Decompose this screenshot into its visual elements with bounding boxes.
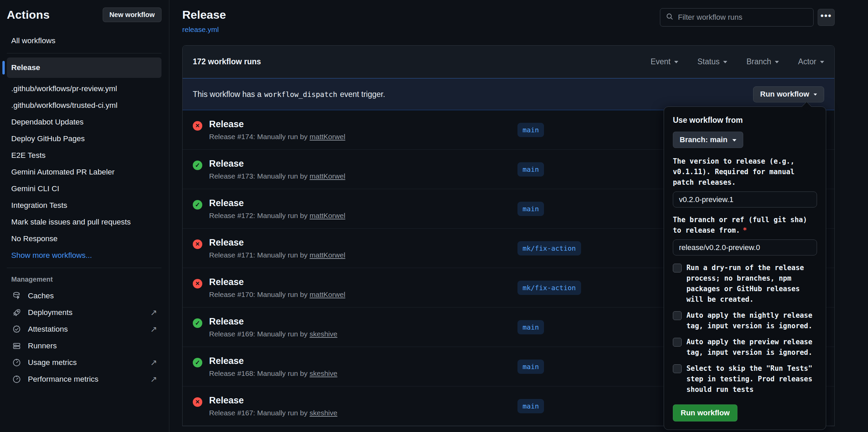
sidebar-item-trusted-ci[interactable]: .github/workflows/trusted-ci.yml bbox=[7, 97, 161, 114]
branch-badge[interactable]: mk/fix-action bbox=[517, 241, 581, 255]
external-link-icon: ↗ bbox=[150, 309, 157, 317]
skip-tests-checkbox-row[interactable]: Select to skip the "Run Tests" step in t… bbox=[673, 363, 817, 395]
sidebar-item-usage-metrics[interactable]: Usage metrics ↗ bbox=[7, 354, 161, 371]
branch-selector-button[interactable]: Branch: main bbox=[673, 132, 743, 148]
sidebar: Actions New workflow All workflows Relea… bbox=[0, 0, 169, 432]
sidebar-item-deploy-github-pages[interactable]: Deploy GitHub Pages bbox=[7, 130, 161, 147]
run-actor-link[interactable]: mattKorwel bbox=[310, 290, 345, 298]
status-filter-dropdown[interactable]: Status bbox=[697, 57, 727, 66]
run-status-icon bbox=[193, 397, 202, 407]
sidebar-divider bbox=[7, 53, 161, 53]
run-description: Release #172: Manually run bymattKorwel bbox=[209, 212, 345, 220]
external-link-icon: ↗ bbox=[150, 359, 157, 367]
run-workflow-dropdown-button[interactable]: Run workflow bbox=[753, 86, 824, 102]
banner-text: This workflow has aworkflow_dispatcheven… bbox=[193, 90, 385, 99]
external-link-icon: ↗ bbox=[150, 325, 157, 333]
chevron-down-icon bbox=[775, 61, 779, 63]
run-status-icon bbox=[193, 121, 202, 131]
version-input[interactable] bbox=[673, 192, 817, 207]
run-description: Release #168: Manually run byskeshive bbox=[209, 369, 337, 378]
run-title-link[interactable]: Release bbox=[209, 356, 244, 366]
sidebar-item-label: Runners bbox=[28, 342, 57, 350]
run-status-icon bbox=[193, 200, 202, 210]
server-icon bbox=[11, 340, 22, 351]
sidebar-item-no-response[interactable]: No Response bbox=[7, 230, 161, 247]
run-status-icon bbox=[193, 279, 202, 288]
run-title-link[interactable]: Release bbox=[209, 119, 244, 129]
runs-count: 172 workflow runs bbox=[193, 57, 261, 66]
meter-icon bbox=[11, 357, 22, 368]
run-actor-link[interactable]: mattKorwel bbox=[310, 212, 345, 219]
branch-filter-dropdown[interactable]: Branch bbox=[746, 57, 779, 66]
sidebar-item-deployments[interactable]: Deployments ↗ bbox=[7, 304, 161, 321]
sidebar-item-release[interactable]: Release bbox=[7, 57, 161, 78]
sidebar-item-gemini-pr-labeler[interactable]: Gemini Automated PR Labeler bbox=[7, 164, 161, 180]
run-status-icon bbox=[193, 161, 202, 170]
popover-heading: Use workflow from bbox=[673, 116, 817, 125]
branch-badge[interactable]: main bbox=[517, 123, 544, 137]
sidebar-item-e2e-tests[interactable]: E2E Tests bbox=[7, 147, 161, 164]
run-title-link[interactable]: Release bbox=[209, 237, 244, 248]
sidebar-item-pr-review[interactable]: .github/workflows/pr-review.yml bbox=[7, 80, 161, 97]
workflow-options-kebab-button[interactable]: ••• bbox=[818, 9, 835, 26]
branch-badge[interactable]: main bbox=[517, 399, 544, 413]
run-title-link[interactable]: Release bbox=[209, 198, 244, 208]
sidebar-item-mark-stale[interactable]: Mark stale issues and pull requests bbox=[7, 214, 161, 230]
sidebar-item-label: Caches bbox=[28, 292, 54, 300]
sidebar-item-attestations[interactable]: Attestations ↗ bbox=[7, 321, 161, 337]
verified-icon bbox=[11, 324, 22, 335]
popover-run-workflow-button[interactable]: Run workflow bbox=[673, 404, 737, 421]
sidebar-item-runners[interactable]: Runners bbox=[7, 337, 161, 354]
run-actor-link[interactable]: mattKorwel bbox=[310, 172, 345, 180]
checkbox[interactable] bbox=[673, 338, 682, 347]
sidebar-item-dependabot-updates[interactable]: Dependabot Updates bbox=[7, 114, 161, 130]
run-actor-link[interactable]: skeshive bbox=[310, 369, 338, 377]
run-title-link[interactable]: Release bbox=[209, 277, 244, 287]
sidebar-item-caches[interactable]: Caches bbox=[7, 287, 161, 304]
run-actor-link[interactable]: skeshive bbox=[310, 330, 338, 338]
sidebar-item-all-workflows[interactable]: All workflows bbox=[7, 32, 161, 49]
version-field-label: The version to release (e.g., v0.1.11). … bbox=[673, 156, 817, 188]
sidebar-item-performance-metrics[interactable]: Performance metrics ↗ bbox=[7, 371, 161, 387]
workflow-file-link[interactable]: release.yml bbox=[182, 26, 219, 34]
nightly-tag-checkbox-row[interactable]: Auto apply the nightly release tag, inpu… bbox=[673, 310, 817, 331]
sidebar-item-label: Performance metrics bbox=[28, 375, 99, 384]
run-status-icon bbox=[193, 239, 202, 249]
checkbox[interactable] bbox=[673, 364, 682, 373]
preview-tag-checkbox-row[interactable]: Auto apply the preview release tag, inpu… bbox=[673, 337, 817, 358]
rocket-icon bbox=[11, 307, 22, 318]
filter-workflow-runs-input[interactable] bbox=[678, 13, 808, 22]
run-actor-link[interactable]: mattKorwel bbox=[310, 133, 345, 140]
run-actor-link[interactable]: skeshive bbox=[310, 409, 338, 417]
sidebar-item-label: Usage metrics bbox=[28, 358, 77, 367]
search-icon bbox=[666, 13, 674, 22]
branch-badge[interactable]: main bbox=[517, 202, 544, 216]
ref-input[interactable] bbox=[673, 239, 817, 255]
sidebar-item-gemini-cli-ci[interactable]: Gemini CLI CI bbox=[7, 180, 161, 197]
branch-badge[interactable]: mk/fix-action bbox=[517, 281, 581, 295]
new-workflow-button[interactable]: New workflow bbox=[103, 7, 161, 22]
sidebar-item-integration-tests[interactable]: Integration Tests bbox=[7, 197, 161, 214]
run-title-link[interactable]: Release bbox=[209, 395, 244, 405]
checkbox[interactable] bbox=[673, 264, 682, 272]
run-description: Release #169: Manually run byskeshive bbox=[209, 330, 337, 338]
show-more-workflows-link[interactable]: Show more workflows... bbox=[7, 247, 161, 264]
chevron-down-icon bbox=[820, 61, 824, 63]
run-status-icon bbox=[193, 358, 202, 367]
dry-run-checkbox-row[interactable]: Run a dry-run of the release process; no… bbox=[673, 263, 817, 305]
run-workflow-popover: Use workflow from Branch: main The versi… bbox=[664, 106, 826, 430]
branch-badge[interactable]: main bbox=[517, 320, 544, 334]
branch-badge[interactable]: main bbox=[517, 360, 544, 374]
actor-filter-dropdown[interactable]: Actor bbox=[798, 57, 824, 66]
run-title-link[interactable]: Release bbox=[209, 316, 244, 327]
meter-icon bbox=[11, 374, 22, 385]
actions-page: Actions New workflow All workflows Relea… bbox=[0, 0, 868, 432]
run-title-link[interactable]: Release bbox=[209, 159, 244, 169]
run-description: Release #171: Manually run bymattKorwel bbox=[209, 251, 345, 259]
event-filter-dropdown[interactable]: Event bbox=[650, 57, 678, 66]
run-actor-link[interactable]: mattKorwel bbox=[310, 251, 345, 259]
filter-workflow-runs-box[interactable] bbox=[660, 8, 814, 27]
checkbox[interactable] bbox=[673, 311, 682, 320]
caches-icon bbox=[11, 290, 22, 301]
branch-badge[interactable]: main bbox=[517, 162, 544, 177]
